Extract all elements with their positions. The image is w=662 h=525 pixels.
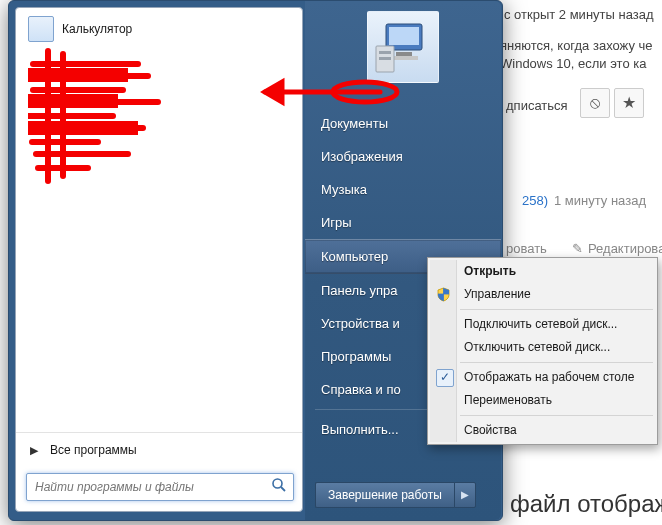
calculator-icon [28, 16, 54, 42]
search-box[interactable] [26, 473, 294, 501]
ctx-properties[interactable]: Свойства [430, 419, 655, 442]
separator [460, 309, 653, 310]
sidebar-item-pictures[interactable]: Изображения [305, 140, 501, 173]
start-left-panel: Калькулятор ▶ Все программы [15, 7, 303, 512]
bg-text: 1 минуту назад [554, 193, 646, 208]
computer-icon [368, 12, 438, 82]
svg-rect-6 [389, 27, 419, 45]
reputation-link[interactable]: 258) [522, 193, 548, 208]
ctx-unmap-drive[interactable]: Отключить сетевой диск... [430, 336, 655, 359]
ctx-show-on-desktop[interactable]: ✓ Отображать на рабочем столе [430, 366, 655, 389]
shield-icon [436, 287, 451, 302]
block-button[interactable]: ⦸ [580, 88, 610, 118]
ctx-rename[interactable]: Переименовать [430, 389, 655, 412]
ctx-map-drive[interactable]: Подключить сетевой диск... [430, 313, 655, 336]
ctx-label: Управление [464, 287, 531, 301]
shutdown-label[interactable]: Завершение работы [315, 482, 454, 508]
sidebar-item-documents[interactable]: Документы [305, 107, 501, 140]
edit-link[interactable]: Редактировать [588, 241, 662, 256]
user-picture[interactable] [367, 11, 439, 83]
svg-rect-2 [28, 121, 138, 135]
chevron-right-icon: ▶ [30, 444, 38, 457]
favorite-button[interactable]: ★ [614, 88, 644, 118]
edit-link[interactable]: ✎ [572, 241, 583, 256]
svg-rect-10 [379, 51, 391, 54]
svg-point-3 [273, 479, 282, 488]
check-icon: ✓ [436, 369, 454, 387]
sidebar-item-games[interactable]: Игры [305, 206, 501, 239]
svg-rect-1 [28, 94, 118, 108]
context-menu: Открыть Управление Подключить сетевой ди… [427, 257, 658, 445]
subscribe-button[interactable]: дписаться [506, 98, 568, 113]
search-input[interactable] [27, 476, 265, 498]
bg-headline: файл отображается к [510, 490, 662, 518]
svg-rect-0 [28, 68, 128, 82]
shutdown-options-button[interactable]: ▶ [454, 482, 476, 508]
action-text[interactable]: ровать [506, 241, 547, 256]
bg-text: Windows 10, если это ка [500, 56, 646, 71]
sidebar-item-music[interactable]: Музыка [305, 173, 501, 206]
separator [460, 415, 653, 416]
redaction-scribble [28, 46, 248, 206]
search-icon[interactable] [265, 477, 293, 497]
shutdown-button[interactable]: Завершение работы ▶ [315, 482, 476, 508]
svg-rect-11 [379, 57, 391, 60]
bg-text: с открыт 2 минуты назад [504, 7, 654, 22]
all-programs[interactable]: ▶ Все программы [16, 433, 302, 467]
separator [460, 362, 653, 363]
ctx-label: Отображать на рабочем столе [464, 370, 634, 384]
ctx-open[interactable]: Открыть [430, 260, 655, 283]
program-calculator[interactable]: Калькулятор [20, 12, 298, 46]
sidebar-item-label: Компьютер [321, 249, 388, 264]
svg-rect-7 [396, 52, 412, 56]
bg-text: яняются, когда захожу че [500, 38, 653, 53]
svg-line-4 [281, 487, 285, 491]
program-label: Калькулятор [62, 22, 132, 36]
ctx-manage[interactable]: Управление [430, 283, 655, 306]
all-programs-label: Все программы [50, 443, 137, 457]
